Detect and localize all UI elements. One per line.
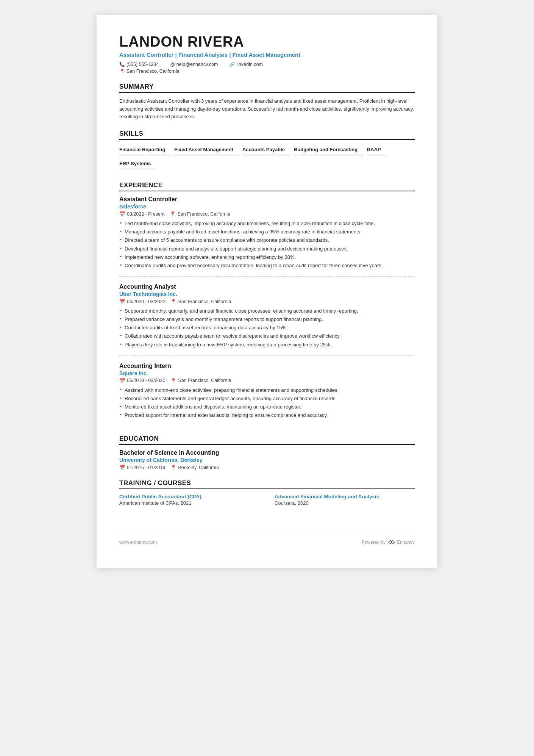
location-value: San Francisco, California <box>126 69 180 74</box>
location-icon-job: 📍 <box>170 378 176 383</box>
training-title: TRAINING / COURSES <box>119 479 415 489</box>
calendar-icon: 📅 <box>119 465 125 470</box>
job-bullets: Assisted with month-end close activities… <box>119 387 415 419</box>
enhancv-icon <box>388 540 395 545</box>
training-section: TRAINING / COURSES Certified Public Acco… <box>119 479 415 511</box>
bullet-item: Directed a team of 5 accountants to ensu… <box>119 236 415 244</box>
location-icon: 📍 <box>119 69 125 74</box>
enhancv-logo: Enhancv <box>388 540 415 545</box>
phone-contact: 📞 (555) 555-1234 <box>119 62 159 67</box>
job-title: Assistant Controller <box>119 196 415 203</box>
email-icon: @ <box>170 62 175 67</box>
candidate-name: LANDON RIVERA <box>119 34 415 50</box>
summary-title: SUMMARY <box>119 83 415 93</box>
bullet-item: Coordinated audits and provided necessar… <box>119 262 415 269</box>
experience-section: EXPERIENCE Assistant Controller Salesfor… <box>119 182 415 426</box>
bullet-item: Monitored fixed asset additions and disp… <box>119 403 415 411</box>
job-meta: 📅 06/2019 - 03/2020 📍 San Francisco, Cal… <box>119 378 415 383</box>
footer-website: www.enhancv.com <box>119 540 157 545</box>
job-title: Accounting Intern <box>119 363 415 369</box>
training-detail: American Institute of CPAs, 2021 <box>119 500 259 506</box>
email-value: help@enhancv.com <box>176 62 218 67</box>
bullet-item: Prepared variance analysis and monthly m… <box>119 316 415 323</box>
job-entry: Accounting Analyst Uber Technologies Inc… <box>119 283 415 356</box>
job-dates: 📅 03/2022 - Present <box>119 211 164 217</box>
bullet-item: Provided support for internal and extern… <box>119 412 415 419</box>
job-location: 📍 San Francisco, California <box>170 211 230 217</box>
summary-section: SUMMARY Enthusiastic Assistant Controlle… <box>119 83 415 121</box>
bullet-item: Supported monthly, quarterly, and annual… <box>119 307 415 315</box>
bullet-item: Assisted with month-end close activities… <box>119 387 415 394</box>
location-icon-job: 📍 <box>170 299 176 304</box>
job-dates: 📅 04/2020 - 02/2022 <box>119 299 165 304</box>
training-item: Advanced Financial Modeling and Analysis… <box>275 494 415 506</box>
training-course-title: Advanced Financial Modeling and Analysis <box>275 494 415 499</box>
experience-title: EXPERIENCE <box>119 182 415 191</box>
education-section: EDUCATION Bachelor of Science in Account… <box>119 435 415 470</box>
edu-dates: 📅 01/2015 - 01/2019 <box>119 465 165 470</box>
footer-brand: Powered by Enhancv <box>362 540 415 545</box>
location-icon-edu: 📍 <box>170 465 176 470</box>
training-container: Certified Public Accountant (CPA) Americ… <box>119 494 415 511</box>
job-company: Square Inc. <box>119 370 415 376</box>
bullet-item: Conducted audits of fixed asset records,… <box>119 324 415 332</box>
resume-page: LANDON RIVERA Assistant Controller | Fin… <box>97 15 437 568</box>
job-title: Accounting Analyst <box>119 283 415 290</box>
phone-icon: 📞 <box>119 62 125 67</box>
calendar-icon: 📅 <box>119 211 125 217</box>
linkedin-value: linkedin.com <box>236 62 262 67</box>
location-contact: 📍 San Francisco, California <box>119 69 180 74</box>
linkedin-contact: 🔗 linkedin.com <box>229 62 262 67</box>
skill-tag: Budgeting and Forecasting <box>294 144 363 155</box>
training-detail: Coursera, 2020 <box>275 500 415 506</box>
skills-section: SKILLS Financial ReportingFixed Asset Ma… <box>119 130 415 172</box>
brand-name: Enhancv <box>397 540 415 545</box>
bullet-item: Developed financial reports and analysis… <box>119 245 415 253</box>
page-footer: www.enhancv.com Powered by Enhancv <box>119 534 415 545</box>
job-entry: Assistant Controller Salesforce 📅 03/202… <box>119 196 415 277</box>
location-row: 📍 San Francisco, California <box>119 69 415 74</box>
job-bullets: Led month-end close activities, improvin… <box>119 220 415 269</box>
bullet-item: Implemented new accounting software, enh… <box>119 254 415 261</box>
job-meta: 📅 04/2020 - 02/2022 📍 San Francisco, Cal… <box>119 299 415 304</box>
header: LANDON RIVERA Assistant Controller | Fin… <box>119 34 415 74</box>
education-entry: Bachelor of Science in Accounting Univer… <box>119 449 415 470</box>
skills-container: Financial ReportingFixed Asset Managemen… <box>119 144 415 172</box>
contact-row: 📞 (555) 555-1234 @ help@enhancv.com 🔗 li… <box>119 62 415 67</box>
job-location: 📍 San Francisco, California <box>170 378 231 383</box>
education-title: EDUCATION <box>119 435 415 445</box>
candidate-subtitle: Assistant Controller | Financial Analysi… <box>119 52 415 58</box>
powered-by-label: Powered by <box>362 540 386 545</box>
job-company: Uber Technologies Inc. <box>119 291 415 297</box>
institution-name: University of California, Berkeley <box>119 457 415 463</box>
skill-tag: Accounts Payable <box>242 144 290 155</box>
bullet-item: Reconciled bank statements and general l… <box>119 395 415 402</box>
job-company: Salesforce <box>119 203 415 210</box>
email-contact: @ help@enhancv.com <box>170 62 218 67</box>
skill-tag: ERP Systems <box>119 158 156 169</box>
edu-location: 📍 Berkeley, California <box>170 465 219 470</box>
job-meta: 📅 03/2022 - Present 📍 San Francisco, Cal… <box>119 211 415 217</box>
skill-tag: Financial Reporting <box>119 144 170 155</box>
skill-tag: GAAP <box>367 144 386 155</box>
edu-meta: 📅 01/2015 - 01/2019 📍 Berkeley, Californ… <box>119 465 415 470</box>
phone-value: (555) 555-1234 <box>126 62 159 67</box>
jobs-container: Assistant Controller Salesforce 📅 03/202… <box>119 196 415 426</box>
bullet-item: Managed accounts payable and fixed asset… <box>119 228 415 236</box>
bullet-item: Collaborated with accounts payable team … <box>119 332 415 340</box>
job-dates: 📅 06/2019 - 03/2020 <box>119 378 165 383</box>
summary-text: Enthusiastic Assistant Controller with 3… <box>119 97 415 121</box>
link-icon: 🔗 <box>229 62 235 67</box>
location-icon-job: 📍 <box>170 211 176 217</box>
degree-title: Bachelor of Science in Accounting <box>119 449 415 456</box>
skill-tag: Fixed Asset Management <box>174 144 239 155</box>
training-course-title: Certified Public Accountant (CPA) <box>119 494 259 499</box>
skills-title: SKILLS <box>119 130 415 140</box>
bullet-item: Played a key role in transitioning to a … <box>119 341 415 349</box>
job-location: 📍 San Francisco, California <box>170 299 231 304</box>
bullet-item: Led month-end close activities, improvin… <box>119 220 415 227</box>
calendar-icon: 📅 <box>119 378 125 383</box>
calendar-icon: 📅 <box>119 299 125 304</box>
job-bullets: Supported monthly, quarterly, and annual… <box>119 307 415 349</box>
training-item: Certified Public Accountant (CPA) Americ… <box>119 494 259 506</box>
